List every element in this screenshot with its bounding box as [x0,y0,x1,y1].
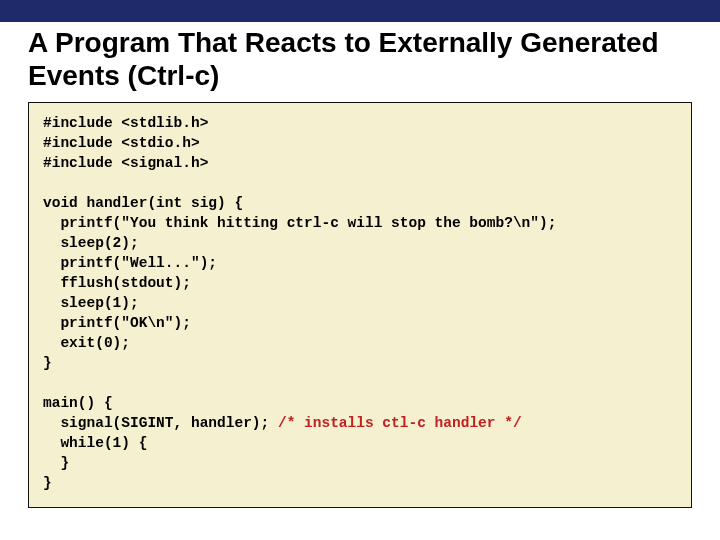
code-block: #include <stdlib.h> #include <stdio.h> #… [43,113,677,493]
code-line: fflush(stdout); [43,275,191,291]
code-line: main() { [43,395,113,411]
header-bar [0,0,720,22]
code-frame: #include <stdlib.h> #include <stdio.h> #… [28,102,692,508]
slide-content: A Program That Reacts to Externally Gene… [0,22,720,508]
code-line: printf("You think hitting ctrl-c will st… [43,215,556,231]
code-line: printf("OK\n"); [43,315,191,331]
code-line: } [43,355,52,371]
code-line: exit(0); [43,335,130,351]
code-line: sleep(1); [43,295,139,311]
code-line: } [43,475,52,491]
code-line: } [43,455,69,471]
code-line: #include <stdlib.h> [43,115,208,131]
code-line: printf("Well..."); [43,255,217,271]
code-comment: /* installs ctl-c handler */ [278,415,522,431]
code-line: #include <signal.h> [43,155,208,171]
code-line: void handler(int sig) { [43,195,243,211]
code-line: signal(SIGINT, handler); [43,415,278,431]
code-line: sleep(2); [43,235,139,251]
slide-title: A Program That Reacts to Externally Gene… [28,26,692,92]
code-line: #include <stdio.h> [43,135,200,151]
code-line: while(1) { [43,435,147,451]
